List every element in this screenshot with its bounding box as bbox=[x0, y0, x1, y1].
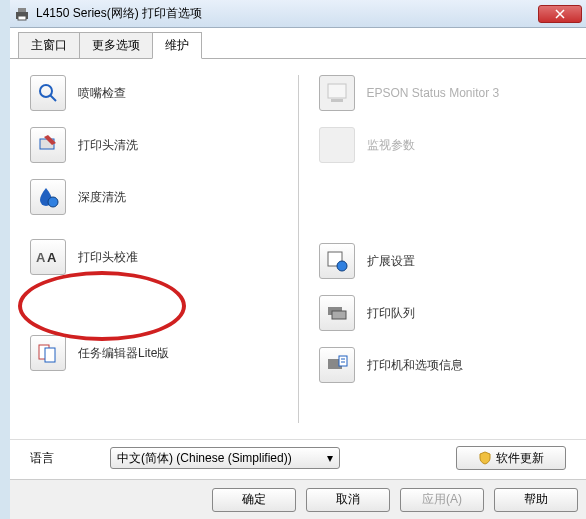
printer-info-label: 打印机和选项信息 bbox=[367, 357, 463, 374]
shield-icon bbox=[478, 451, 492, 465]
printer-icon bbox=[14, 6, 30, 22]
status-monitor-button bbox=[319, 75, 355, 111]
deep-clean-label: 深度清洗 bbox=[78, 189, 126, 206]
status-monitor-label: EPSON Status Monitor 3 bbox=[367, 86, 500, 100]
ext-settings-label: 扩展设置 bbox=[367, 253, 415, 270]
svg-rect-16 bbox=[332, 311, 346, 319]
svg-point-14 bbox=[337, 261, 347, 271]
status-monitor-item: EPSON Status Monitor 3 bbox=[319, 75, 567, 111]
head-clean-button[interactable] bbox=[30, 127, 66, 163]
svg-text:A: A bbox=[36, 250, 46, 265]
ok-button[interactable]: 确定 bbox=[212, 488, 296, 512]
print-queue-label: 打印队列 bbox=[367, 305, 415, 322]
titlebar: L4150 Series(网络) 打印首选项 bbox=[10, 0, 586, 28]
tab-bar: 主窗口 更多选项 维护 bbox=[10, 28, 586, 59]
software-update-button[interactable]: 软件更新 bbox=[456, 446, 566, 470]
head-clean-label: 打印头清洗 bbox=[78, 137, 138, 154]
head-clean-item: 打印头清洗 bbox=[30, 127, 278, 163]
window-title: L4150 Series(网络) 打印首选项 bbox=[36, 5, 538, 22]
task-editor-button[interactable] bbox=[30, 335, 66, 371]
nozzle-check-item: 喷嘴检查 bbox=[30, 75, 278, 111]
left-column: 喷嘴检查 打印头清洗 深度清洗 AA 打印头校准 bbox=[30, 75, 299, 423]
head-align-item: AA 打印头校准 bbox=[30, 239, 278, 275]
monitor-params-item: 监视参数 bbox=[319, 127, 567, 163]
head-align-label: 打印头校准 bbox=[78, 249, 138, 266]
task-editor-label: 任务编辑器Lite版 bbox=[78, 345, 169, 362]
language-select[interactable]: 中文(简体) (Chinese (Simplified)) ▾ bbox=[110, 447, 340, 469]
language-selected: 中文(简体) (Chinese (Simplified)) bbox=[117, 450, 292, 467]
nozzle-check-label: 喷嘴检查 bbox=[78, 85, 126, 102]
close-button[interactable] bbox=[538, 5, 582, 23]
ext-settings-item: 扩展设置 bbox=[319, 243, 567, 279]
svg-line-4 bbox=[50, 95, 56, 101]
svg-text:A: A bbox=[47, 250, 57, 265]
deep-clean-button[interactable] bbox=[30, 179, 66, 215]
right-column: EPSON Status Monitor 3 监视参数 扩展设置 打印队列 bbox=[299, 75, 567, 423]
print-queue-button[interactable] bbox=[319, 295, 355, 331]
head-align-button[interactable]: AA bbox=[30, 239, 66, 275]
ext-settings-button[interactable] bbox=[319, 243, 355, 279]
svg-rect-18 bbox=[339, 356, 347, 366]
monitor-params-label: 监视参数 bbox=[367, 137, 415, 154]
language-label: 语言 bbox=[30, 450, 110, 467]
nozzle-check-button[interactable] bbox=[30, 75, 66, 111]
language-row: 语言 中文(简体) (Chinese (Simplified)) ▾ 软件更新 bbox=[10, 439, 586, 476]
printer-info-button[interactable] bbox=[319, 347, 355, 383]
monitor-params-button bbox=[319, 127, 355, 163]
svg-point-6 bbox=[48, 197, 58, 207]
svg-rect-1 bbox=[18, 8, 26, 12]
svg-rect-12 bbox=[331, 99, 343, 102]
printer-info-item: 打印机和选项信息 bbox=[319, 347, 567, 383]
apply-button: 应用(A) bbox=[400, 488, 484, 512]
tab-maintenance[interactable]: 维护 bbox=[152, 32, 202, 59]
help-button[interactable]: 帮助 bbox=[494, 488, 578, 512]
task-editor-item: 任务编辑器Lite版 bbox=[30, 335, 278, 371]
tab-main[interactable]: 主窗口 bbox=[18, 32, 80, 58]
cancel-button[interactable]: 取消 bbox=[306, 488, 390, 512]
svg-rect-10 bbox=[45, 348, 55, 362]
footer-buttons: 确定 取消 应用(A) 帮助 bbox=[10, 479, 586, 519]
svg-rect-11 bbox=[328, 84, 346, 98]
chevron-down-icon: ▾ bbox=[327, 451, 333, 465]
deep-clean-item: 深度清洗 bbox=[30, 179, 278, 215]
svg-rect-2 bbox=[18, 16, 26, 20]
tab-more[interactable]: 更多选项 bbox=[79, 32, 153, 58]
dialog-window: L4150 Series(网络) 打印首选项 主窗口 更多选项 维护 喷嘴检查 … bbox=[10, 0, 586, 519]
update-label: 软件更新 bbox=[496, 450, 544, 467]
print-queue-item: 打印队列 bbox=[319, 295, 567, 331]
content-area: 喷嘴检查 打印头清洗 深度清洗 AA 打印头校准 bbox=[10, 59, 586, 439]
